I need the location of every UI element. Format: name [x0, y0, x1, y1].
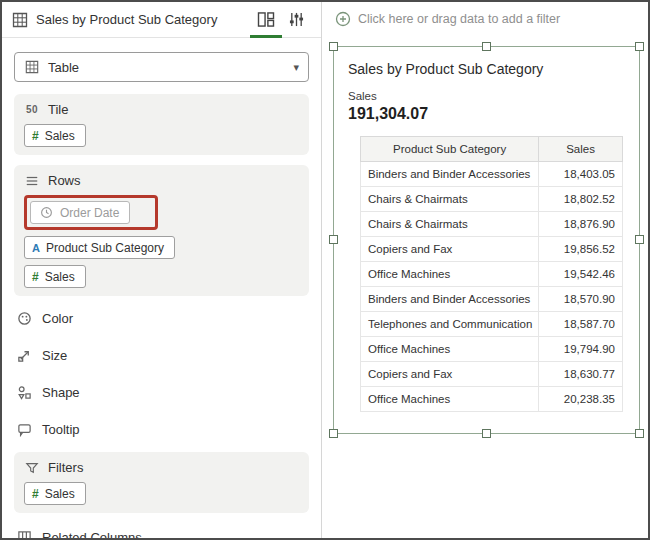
- settings-sliders-tab[interactable]: [282, 2, 311, 38]
- table-row[interactable]: Binders and Binder Accessories18,570.90: [361, 287, 623, 312]
- drop-target-size[interactable]: Size: [2, 337, 321, 374]
- selection-handle[interactable]: [635, 429, 644, 438]
- table-row[interactable]: Office Machines19,794.90: [361, 337, 623, 362]
- filters-section-header: Filters: [24, 459, 299, 476]
- tile-label: Tile: [48, 102, 68, 117]
- cell-sales: 18,403.05: [539, 162, 623, 187]
- panel-title: Sales by Product Sub Category: [36, 12, 242, 27]
- metric-label: Sales: [348, 90, 625, 102]
- cell-sales: 18,802.52: [539, 187, 623, 212]
- cell-category: Copiers and Fax: [361, 237, 539, 262]
- clock-icon: [38, 206, 54, 219]
- grammar-tab[interactable]: [250, 2, 282, 38]
- cell-category: Binders and Binder Accessories: [361, 162, 539, 187]
- cell-sales: 18,570.90: [539, 287, 623, 312]
- drop-target-tooltip[interactable]: Tooltip: [2, 411, 321, 448]
- chevron-down-icon: ▾: [293, 61, 299, 74]
- selection-handle[interactable]: [329, 235, 338, 244]
- selection-handle[interactable]: [482, 42, 491, 51]
- viz-table-body: Binders and Binder Accessories18,403.05C…: [361, 162, 623, 412]
- cell-category: Office Machines: [361, 337, 539, 362]
- related-columns-icon: [16, 530, 32, 540]
- attribute-icon: A: [32, 242, 40, 254]
- column-header-sales[interactable]: Sales: [539, 137, 623, 162]
- filters-label: Filters: [48, 460, 83, 475]
- drop-target-color[interactable]: Color: [2, 300, 321, 337]
- rows-section-header: Rows: [24, 172, 299, 189]
- tile-section-header: 50 Tile: [24, 101, 299, 118]
- table-row[interactable]: Copiers and Fax19,856.52: [361, 237, 623, 262]
- panel-header: Sales by Product Sub Category: [2, 2, 321, 38]
- cell-category: Copiers and Fax: [361, 362, 539, 387]
- pill-sales-rows[interactable]: # Sales: [24, 265, 86, 288]
- selection-handle[interactable]: [635, 42, 644, 51]
- filter-drop-bar[interactable]: Click here or drag data to add a filter: [323, 2, 648, 36]
- measure-icon: #: [32, 487, 39, 501]
- color-icon: [16, 311, 32, 326]
- table-header-row: Product Sub Category Sales: [361, 137, 623, 162]
- shape-icon: [16, 385, 32, 400]
- prop-label: Shape: [42, 385, 80, 400]
- filter-icon: [24, 461, 40, 475]
- property-rows: Color Size Shape Tooltip: [2, 300, 321, 448]
- measure-icon: #: [32, 270, 39, 284]
- app-window: Sales by Product Sub Category Table ▾ 50…: [0, 0, 650, 540]
- viz-type-dropdown[interactable]: Table ▾: [14, 52, 309, 82]
- filter-bar-text: Click here or drag data to add a filter: [358, 12, 560, 26]
- pill-order-date[interactable]: Order Date: [30, 201, 130, 224]
- viz-title: Sales by Product Sub Category: [348, 61, 625, 77]
- table-viz-icon: [12, 12, 28, 28]
- pill-label: Order Date: [60, 206, 119, 220]
- drop-target-shape[interactable]: Shape: [2, 374, 321, 411]
- selection-handle[interactable]: [635, 235, 644, 244]
- measure-icon: #: [32, 129, 39, 143]
- cell-sales: 18,876.90: [539, 212, 623, 237]
- grammar-panel: Sales by Product Sub Category Table ▾ 50…: [2, 2, 322, 538]
- pill-sales-tile[interactable]: # Sales: [24, 124, 86, 147]
- panel-header-tabs: [250, 2, 311, 38]
- pill-product-sub-category[interactable]: A Product Sub Category: [24, 236, 175, 259]
- prop-label: Tooltip: [42, 422, 80, 437]
- table-row[interactable]: Chairs & Chairmats18,876.90: [361, 212, 623, 237]
- pill-sales-filter[interactable]: # Sales: [24, 482, 86, 505]
- cell-category: Chairs & Chairmats: [361, 187, 539, 212]
- tooltip-icon: [16, 422, 32, 437]
- cell-category: Office Machines: [361, 262, 539, 287]
- cell-sales: 20,238.35: [539, 387, 623, 412]
- tile-icon: 50: [24, 104, 40, 115]
- pill-label: Sales: [45, 487, 75, 501]
- pill-label: Sales: [45, 270, 75, 284]
- size-icon: [16, 348, 32, 363]
- viz-container-selected[interactable]: Sales by Product Sub Category Sales 191,…: [333, 46, 640, 434]
- cell-category: Office Machines: [361, 387, 539, 412]
- rows-section: Rows Order Date A Product Sub Category: [14, 165, 309, 296]
- prop-label: Color: [42, 311, 73, 326]
- table-row[interactable]: Copiers and Fax18,630.77: [361, 362, 623, 387]
- cell-sales: 18,630.77: [539, 362, 623, 387]
- pill-label: Sales: [45, 129, 75, 143]
- related-columns-row[interactable]: Related Columns: [2, 519, 321, 540]
- cell-category: Telephones and Communication: [361, 312, 539, 337]
- related-columns-label: Related Columns: [42, 530, 142, 540]
- rows-label: Rows: [48, 173, 81, 188]
- canvas-area: Click here or drag data to add a filter …: [323, 2, 648, 538]
- prop-label: Size: [42, 348, 67, 363]
- table-row[interactable]: Office Machines20,238.35: [361, 387, 623, 412]
- selection-handle[interactable]: [329, 42, 338, 51]
- cell-sales: 19,794.90: [539, 337, 623, 362]
- table-row[interactable]: Office Machines19,542.46: [361, 262, 623, 287]
- pill-label: Product Sub Category: [46, 241, 164, 255]
- table-grid-icon: [24, 60, 40, 74]
- cell-category: Chairs & Chairmats: [361, 212, 539, 237]
- table-row[interactable]: Chairs & Chairmats18,802.52: [361, 187, 623, 212]
- add-filter-plus-icon: [335, 11, 351, 27]
- column-header-category[interactable]: Product Sub Category: [361, 137, 539, 162]
- table-row[interactable]: Telephones and Communication18,587.70: [361, 312, 623, 337]
- selection-handle[interactable]: [329, 429, 338, 438]
- selection-handle[interactable]: [482, 429, 491, 438]
- table-row[interactable]: Binders and Binder Accessories18,403.05: [361, 162, 623, 187]
- annotation-highlight-box: Order Date: [24, 195, 158, 230]
- cell-sales: 19,856.52: [539, 237, 623, 262]
- viz-type-value: Table: [48, 60, 285, 75]
- rows-icon: [24, 174, 40, 188]
